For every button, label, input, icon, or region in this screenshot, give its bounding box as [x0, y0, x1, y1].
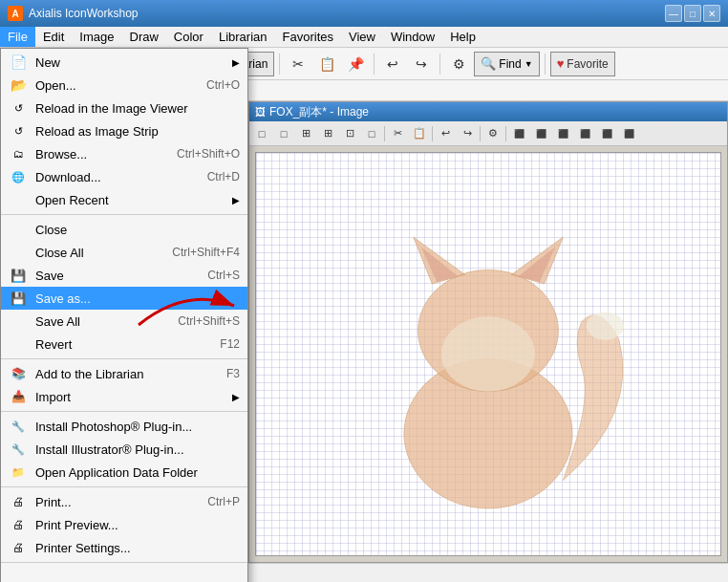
it-btn-g4[interactable]: ⬛ [574, 124, 595, 143]
toolbar-separator-4 [279, 54, 280, 75]
menu-item-printer-settings[interactable]: 🖨 Printer Settings... [1, 536, 247, 559]
right-area: 🖼 FOX_副本* - Image □ □ ⊞ ⊞ ⊡ □ ✂ 📋 ↩ ↪ ⚙ … [248, 101, 728, 563]
title-bar-controls: — □ ✕ [665, 5, 720, 22]
app-icon: A [8, 6, 23, 21]
copy-button[interactable]: 📋 [313, 51, 340, 77]
menu-item-exit[interactable] [1, 566, 247, 582]
settings-button[interactable]: ⚙ [445, 51, 472, 77]
it-btn-3[interactable]: ⊞ [295, 124, 316, 143]
printer-settings-icon: 🖨 [9, 538, 28, 557]
save-as-label: Save as... [35, 291, 91, 306]
install-ps-label: Install Photoshop® Plug-in... [35, 420, 192, 434]
redo2-button[interactable]: ↪ [408, 51, 435, 77]
menu-item-reload-strip[interactable]: ↺ Reload as Image Strip [1, 119, 247, 142]
image-window-title: 🖼 FOX_副本* - Image [249, 102, 727, 121]
image-title-text: FOX_副本* - Image [269, 104, 369, 120]
menu-item-open-recent[interactable]: Open Recent ▶ [1, 188, 247, 211]
menu-file[interactable]: File [0, 27, 35, 47]
menu-item-print[interactable]: 🖨 Print... Ctrl+P [1, 490, 247, 513]
it-btn-4[interactable]: ⊞ [317, 124, 338, 143]
import-icon: 📥 [9, 387, 28, 406]
save-all-icon [9, 312, 28, 331]
it-sep-1 [384, 126, 385, 141]
menu-color[interactable]: Color [166, 27, 211, 47]
it-btn-g5[interactable]: ⬛ [596, 124, 617, 143]
print-label: Print... [35, 495, 72, 509]
open-label: Open... [35, 78, 76, 93]
menu-librarian[interactable]: Librarian [211, 27, 275, 47]
menu-item-new[interactable]: 📄 New ▶ [1, 51, 247, 74]
menu-item-install-illustrator[interactable]: 🔧 Install Illustrator® Plug-in... [1, 438, 247, 461]
paste-button[interactable]: 📌 [342, 51, 369, 77]
menu-help[interactable]: Help [442, 27, 483, 47]
cut-button[interactable]: ✂ [285, 51, 311, 77]
download-icon: 🌐 [9, 167, 28, 186]
revert-shortcut: F12 [220, 337, 240, 351]
menu-item-save-all[interactable]: Save All Ctrl+Shift+S [1, 310, 247, 333]
print-preview-label: Print Preview... [35, 518, 118, 532]
open-recent-icon [9, 190, 28, 209]
new-icon: 📄 [9, 53, 28, 72]
image-toolbar: □ □ ⊞ ⊞ ⊡ □ ✂ 📋 ↩ ↪ ⚙ ⬛ ⬛ ⬛ ⬛ ⬛ ⬛ [249, 121, 727, 146]
it-btn-g6[interactable]: ⬛ [618, 124, 639, 143]
it-btn-1[interactable]: □ [251, 124, 272, 143]
menu-item-revert[interactable]: Revert F12 [1, 333, 247, 356]
undo2-button[interactable]: ↩ [379, 51, 406, 77]
menu-view[interactable]: View [341, 27, 383, 47]
find-button[interactable]: 🔍 Find ▼ [474, 52, 539, 76]
menu-item-save[interactable]: 💾 Save Ctrl+S [1, 264, 247, 287]
printer-settings-label: Printer Settings... [35, 541, 131, 555]
maximize-button[interactable]: □ [684, 5, 701, 22]
file-dropdown-menu: 📄 New ▶ 📂 Open... Ctrl+O ↺ Reload in the… [0, 48, 248, 582]
open-recent-label: Open Recent [35, 193, 109, 207]
menu-item-browse[interactable]: 🗂 Browse... Ctrl+Shift+O [1, 142, 247, 165]
it-sep-2 [432, 126, 433, 141]
menu-item-import[interactable]: 📥 Import ▶ [1, 385, 247, 408]
menu-item-save-as[interactable]: 💾 Save as... [1, 287, 247, 310]
it-btn-g3[interactable]: ⬛ [552, 124, 573, 143]
canvas-area[interactable] [255, 152, 721, 556]
menu-favorites[interactable]: Favorites [275, 27, 341, 47]
close-button[interactable]: ✕ [703, 5, 720, 22]
menu-item-open[interactable]: 📂 Open... Ctrl+O [1, 74, 247, 97]
save-as-icon: 💾 [9, 289, 28, 308]
it-btn-g2[interactable]: ⬛ [530, 124, 551, 143]
menu-item-close[interactable]: Close [1, 218, 247, 241]
save-all-shortcut: Ctrl+Shift+S [178, 314, 240, 328]
minimize-button[interactable]: — [665, 5, 682, 22]
menu-edit[interactable]: Edit [35, 27, 72, 47]
menu-image[interactable]: Image [72, 27, 121, 47]
it-btn-copy[interactable]: 📋 [409, 124, 430, 143]
it-btn-redo[interactable]: ↪ [457, 124, 478, 143]
close-item-icon [9, 220, 28, 239]
separator-4 [1, 486, 247, 487]
menu-item-close-all[interactable]: Close All Ctrl+Shift+F4 [1, 241, 247, 264]
it-btn-g1[interactable]: ⬛ [508, 124, 529, 143]
menu-item-reload-viewer[interactable]: ↺ Reload in the Image Viewer [1, 97, 247, 119]
print-preview-icon: 🖨 [9, 515, 28, 534]
it-sep-4 [505, 126, 506, 141]
menu-item-add-librarian[interactable]: 📚 Add to the Librarian F3 [1, 362, 247, 385]
it-btn-2[interactable]: □ [273, 124, 294, 143]
open-icon: 📂 [9, 75, 28, 95]
import-arrow-icon: ▶ [232, 392, 240, 402]
it-btn-cut[interactable]: ✂ [387, 124, 408, 143]
toolbar-separator-5 [374, 54, 375, 75]
heart-icon: ♥ [557, 56, 565, 71]
install-ps-icon: 🔧 [9, 417, 28, 436]
image-window: 🖼 FOX_副本* - Image □ □ ⊞ ⊞ ⊡ □ ✂ 📋 ↩ ↪ ⚙ … [248, 101, 728, 563]
favorite-button[interactable]: ♥ Favorite [550, 52, 615, 76]
menu-item-print-preview[interactable]: 🖨 Print Preview... [1, 513, 247, 536]
menu-item-install-photoshop[interactable]: 🔧 Install Photoshop® Plug-in... [1, 415, 247, 438]
it-btn-5[interactable]: ⊡ [339, 124, 360, 143]
reload-viewer-label: Reload in the Image Viewer [35, 101, 187, 116]
it-btn-settings[interactable]: ⚙ [482, 124, 503, 143]
it-btn-6[interactable]: □ [361, 124, 382, 143]
menu-draw[interactable]: Draw [122, 27, 166, 47]
menu-item-download[interactable]: 🌐 Download... Ctrl+D [1, 165, 247, 188]
menu-item-open-app-data[interactable]: 📁 Open Application Data Folder [1, 461, 247, 484]
reload-strip-label: Reload as Image Strip [35, 124, 159, 139]
open-shortcut: Ctrl+O [206, 78, 240, 92]
it-btn-undo[interactable]: ↩ [435, 124, 456, 143]
menu-window[interactable]: Window [383, 27, 442, 47]
